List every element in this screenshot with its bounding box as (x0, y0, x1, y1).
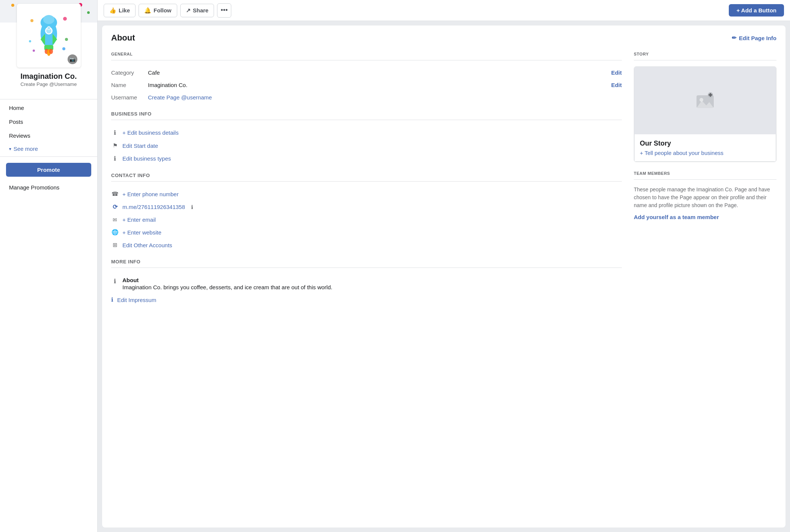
avatar-container: 📷 (0, 4, 97, 68)
svg-point-14 (63, 17, 67, 21)
edit-impressum-item[interactable]: ℹ Edit Impressum (111, 293, 622, 306)
more-info-divider (111, 268, 622, 268)
edit-start-date-item[interactable]: ⚑ Edit Start date (111, 139, 622, 152)
create-username-link[interactable]: Create Page @username (148, 94, 212, 101)
sidebar-profile: 📷 Imagination Co. Create Page @Username (0, 0, 97, 98)
email-icon: ✉ (111, 217, 119, 223)
like-button[interactable]: 👍 Like (104, 4, 136, 17)
sidebar-item-label: Reviews (9, 132, 30, 139)
svg-point-15 (29, 40, 31, 42)
story-divider (634, 60, 776, 60)
sidebar-item-reviews[interactable]: Reviews (3, 129, 94, 143)
grid-icon: ⊞ (111, 242, 119, 248)
avatar: 📷 (17, 4, 81, 68)
tell-people-link[interactable]: + Tell people about your business (640, 150, 724, 156)
about-columns: GENERAL Category Cafe Edit Name Imaginat… (111, 50, 776, 306)
sidebar-item-posts[interactable]: Posts (3, 115, 94, 129)
messenger-item: ⟳ m.me/276111926341358 ℹ (111, 200, 622, 213)
svg-point-13 (30, 19, 33, 22)
sidebar-item-label: Home (9, 105, 24, 111)
sidebar-manage-promotions[interactable]: Manage Promotions (3, 181, 94, 194)
svg-point-18 (62, 47, 65, 50)
contact-info-label: CONTACT INFO (111, 173, 622, 178)
add-yourself-link[interactable]: Add yourself as a team member (634, 214, 719, 220)
story-content: Our Story + Tell people about your busin… (634, 134, 776, 162)
category-edit-button[interactable]: Edit (611, 69, 622, 76)
about-header: About ✏ Edit Page Info (111, 33, 776, 43)
more-info-label: MORE INFO (111, 259, 622, 264)
team-members-section: TEAM MEMBERS These people manage the Ima… (634, 171, 776, 220)
messenger-info-icon: ℹ (191, 204, 193, 210)
sidebar-see-more[interactable]: ▾ See more (3, 143, 94, 155)
svg-point-16 (65, 38, 68, 41)
enter-website-item[interactable]: 🌐 + Enter website (111, 226, 622, 239)
story-section-label: STORY (634, 52, 776, 56)
category-value: Cafe (148, 69, 608, 76)
info-circle-icon-4: ℹ (111, 296, 113, 303)
sidebar-page-name: Imagination Co. (6, 72, 91, 81)
share-button[interactable]: ↗ Share (180, 4, 214, 17)
name-label: Name (111, 82, 145, 88)
category-label: Category (111, 69, 145, 76)
more-button[interactable]: ••• (217, 3, 231, 18)
svg-point-17 (33, 50, 35, 52)
team-members-divider (634, 179, 776, 180)
name-row: Name Imagination Co. Edit (111, 79, 622, 91)
pencil-icon: ✏ (732, 35, 737, 41)
top-bar: 👍 Like 🔔 Follow ↗ Share ••• + Add a Butt… (98, 0, 790, 21)
about-description-item: ℹ About Imagination Co. brings you coffe… (111, 274, 622, 293)
enter-email-item[interactable]: ✉ + Enter email (111, 213, 622, 226)
username-label: Username (111, 94, 145, 101)
team-members-description: These people manage the Imagination Co. … (634, 186, 776, 209)
name-value: Imagination Co. (148, 82, 608, 88)
sidebar-page-username: Create Page @Username (6, 81, 91, 87)
svg-rect-24 (709, 94, 712, 96)
svg-point-6 (47, 27, 50, 30)
general-section-label: GENERAL (111, 52, 622, 56)
edit-page-info-button[interactable]: ✏ Edit Page Info (732, 35, 776, 41)
sidebar: 📷 Imagination Co. Create Page @Username … (0, 0, 98, 532)
chevron-down-icon: ▾ (9, 146, 11, 152)
svg-point-12 (49, 49, 53, 54)
rocket-icon (24, 11, 73, 60)
story-image-placeholder (634, 67, 776, 134)
sidebar-item-home[interactable]: Home (3, 101, 94, 115)
top-bar-right: + Add a Button (729, 4, 784, 17)
category-row: Category Cafe Edit (111, 66, 622, 79)
about-label: About (122, 277, 332, 283)
follow-button[interactable]: 🔔 Follow (139, 4, 177, 17)
about-title: About (111, 33, 135, 43)
messenger-icon: ⟳ (111, 203, 119, 210)
name-edit-button[interactable]: Edit (611, 82, 622, 88)
edit-other-accounts-item[interactable]: ⊞ Edit Other Accounts (111, 239, 622, 251)
info-circle-icon-3: ℹ (111, 278, 119, 285)
phone-icon: ☎ (111, 191, 119, 197)
add-photo-icon (696, 92, 715, 109)
globe-icon: 🌐 (111, 229, 119, 236)
enter-phone-item[interactable]: ☎ + Enter phone number (111, 188, 622, 200)
story-card: Our Story + Tell people about your busin… (634, 66, 776, 162)
sidebar-divider-1 (0, 99, 97, 99)
add-button-cta[interactable]: + Add a Button (729, 4, 784, 17)
business-info-divider (111, 120, 622, 120)
promote-button[interactable]: Promote (6, 163, 91, 177)
avatar-camera-btn[interactable]: 📷 (68, 54, 77, 64)
info-circle-icon-2: ℹ (111, 155, 119, 162)
svg-point-2 (43, 15, 54, 24)
top-bar-left: 👍 Like 🔔 Follow ↗ Share ••• (104, 3, 231, 18)
edit-business-types-item[interactable]: ℹ Edit business types (111, 152, 622, 165)
main-content: 👍 Like 🔔 Follow ↗ Share ••• + Add a Butt… (98, 0, 790, 532)
share-arrow-icon: ↗ (186, 7, 191, 14)
contact-info-divider (111, 181, 622, 182)
flag-icon: ⚑ (111, 142, 119, 149)
info-circle-icon: ℹ (111, 129, 119, 136)
sidebar-divider-2 (0, 156, 97, 157)
about-description-content: About Imagination Co. brings you coffee,… (122, 277, 332, 290)
about-description-header: ℹ About Imagination Co. brings you coffe… (111, 277, 622, 290)
edit-business-details-item[interactable]: ℹ + Edit business details (111, 126, 622, 139)
sidebar-item-label: Posts (9, 119, 23, 125)
about-right-column: STORY (634, 50, 776, 306)
team-members-label: TEAM MEMBERS (634, 171, 776, 176)
about-left-column: GENERAL Category Cafe Edit Name Imaginat… (111, 50, 622, 306)
follow-bell-icon: 🔔 (144, 7, 151, 14)
